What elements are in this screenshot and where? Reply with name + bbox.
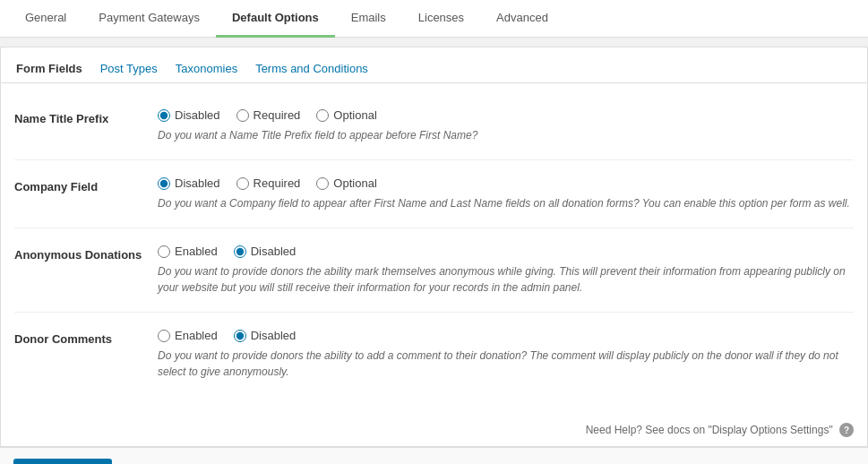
radio-option-anonymous-donations-disabled[interactable]: Disabled bbox=[234, 245, 296, 258]
setting-control-donor-comments: EnabledDisabledDo you want to provide do… bbox=[158, 329, 854, 380]
radio-option-name-title-prefix-disabled[interactable]: Disabled bbox=[158, 108, 220, 122]
main-content: Form FieldsPost TypesTaxonomiesTerms and… bbox=[0, 47, 868, 447]
setting-row-company-field: Company FieldDisabledRequiredOptionalDo … bbox=[14, 160, 854, 228]
radio-label-name-title-prefix-required: Required bbox=[254, 108, 301, 122]
radio-label-name-title-prefix-disabled: Disabled bbox=[175, 108, 220, 122]
top-tab-general[interactable]: General bbox=[9, 0, 82, 38]
radio-option-company-field-disabled[interactable]: Disabled bbox=[158, 176, 220, 190]
radio-label-donor-comments-enabled: Enabled bbox=[175, 329, 218, 342]
radio-option-name-title-prefix-optional[interactable]: Optional bbox=[316, 108, 376, 122]
radio-group-company-field: DisabledRequiredOptional bbox=[158, 176, 854, 190]
radio-input-company-field-optional[interactable] bbox=[316, 177, 329, 190]
setting-label-name-title-prefix: Name Title Prefix bbox=[14, 108, 158, 125]
save-bar: Save changes bbox=[0, 447, 868, 464]
top-tab-advanced[interactable]: Advanced bbox=[480, 0, 564, 38]
setting-help-donor-comments: Do you want to provide donors the abilit… bbox=[158, 348, 854, 380]
help-text-label: Need Help? See docs on "Display Options … bbox=[586, 424, 833, 436]
radio-label-company-field-required: Required bbox=[254, 176, 301, 190]
radio-option-company-field-required[interactable]: Required bbox=[236, 176, 301, 190]
radio-input-anonymous-donations-disabled[interactable] bbox=[234, 245, 246, 258]
radio-input-name-title-prefix-disabled[interactable] bbox=[158, 109, 170, 122]
setting-label-donor-comments: Donor Comments bbox=[14, 329, 158, 346]
radio-label-anonymous-donations-disabled: Disabled bbox=[251, 245, 296, 258]
radio-input-name-title-prefix-optional[interactable] bbox=[316, 109, 329, 122]
radio-group-donor-comments: EnabledDisabled bbox=[158, 329, 854, 342]
setting-help-anonymous-donations: Do you want to provide donors the abilit… bbox=[158, 263, 854, 296]
setting-help-name-title-prefix: Do you want a Name Title Prefix field to… bbox=[158, 127, 854, 143]
help-text: Need Help? See docs on "Display Options … bbox=[586, 423, 854, 437]
setting-control-name-title-prefix: DisabledRequiredOptionalDo you want a Na… bbox=[158, 108, 854, 143]
radio-option-donor-comments-disabled[interactable]: Disabled bbox=[234, 329, 296, 342]
setting-label-company-field: Company Field bbox=[14, 176, 158, 193]
radio-option-name-title-prefix-required[interactable]: Required bbox=[236, 108, 301, 122]
page-footer: Need Help? See docs on "Display Options … bbox=[1, 414, 867, 446]
radio-option-donor-comments-enabled[interactable]: Enabled bbox=[158, 329, 218, 342]
radio-option-anonymous-donations-enabled[interactable]: Enabled bbox=[158, 245, 218, 258]
setting-control-company-field: DisabledRequiredOptionalDo you want a Co… bbox=[158, 176, 854, 211]
sub-tabs-bar: Form FieldsPost TypesTaxonomiesTerms and… bbox=[1, 47, 867, 83]
setting-row-anonymous-donations: Anonymous DonationsEnabledDisabledDo you… bbox=[14, 228, 854, 313]
radio-group-anonymous-donations: EnabledDisabled bbox=[158, 245, 854, 258]
radio-label-donor-comments-disabled: Disabled bbox=[251, 329, 296, 342]
save-button[interactable]: Save changes bbox=[13, 459, 112, 464]
sub-tab-post-types[interactable]: Post Types bbox=[99, 56, 159, 82]
sub-tab-taxonomies[interactable]: Taxonomies bbox=[174, 56, 239, 82]
setting-row-donor-comments: Donor CommentsEnabledDisabledDo you want… bbox=[14, 313, 854, 396]
radio-label-anonymous-donations-enabled: Enabled bbox=[175, 245, 218, 258]
setting-control-anonymous-donations: EnabledDisabledDo you want to provide do… bbox=[158, 245, 854, 296]
radio-label-company-field-disabled: Disabled bbox=[175, 176, 220, 190]
sub-tab-form-fields[interactable]: Form Fields bbox=[14, 56, 84, 82]
radio-input-company-field-required[interactable] bbox=[236, 177, 249, 190]
radio-input-donor-comments-disabled[interactable] bbox=[234, 330, 246, 342]
radio-input-anonymous-donations-enabled[interactable] bbox=[158, 245, 170, 258]
top-tab-payment-gateways[interactable]: Payment Gateways bbox=[82, 0, 216, 38]
setting-label-anonymous-donations: Anonymous Donations bbox=[14, 245, 158, 262]
radio-input-name-title-prefix-required[interactable] bbox=[236, 109, 249, 122]
setting-row-name-title-prefix: Name Title PrefixDisabledRequiredOptiona… bbox=[14, 92, 854, 160]
setting-help-company-field: Do you want a Company field to appear af… bbox=[158, 195, 854, 211]
radio-option-company-field-optional[interactable]: Optional bbox=[316, 176, 376, 190]
radio-label-name-title-prefix-optional: Optional bbox=[333, 108, 376, 122]
settings-body: Name Title PrefixDisabledRequiredOptiona… bbox=[1, 83, 867, 414]
help-icon[interactable]: ? bbox=[839, 423, 854, 437]
radio-input-company-field-disabled[interactable] bbox=[158, 177, 170, 190]
radio-input-donor-comments-enabled[interactable] bbox=[158, 330, 170, 342]
top-tab-default-options[interactable]: Default Options bbox=[216, 0, 335, 38]
radio-label-company-field-optional: Optional bbox=[333, 176, 376, 190]
radio-group-name-title-prefix: DisabledRequiredOptional bbox=[158, 108, 854, 122]
sub-tab-terms-conditions[interactable]: Terms and Conditions bbox=[254, 56, 370, 82]
top-tab-emails[interactable]: Emails bbox=[335, 0, 402, 38]
top-tab-licenses[interactable]: Licenses bbox=[402, 0, 480, 38]
top-tabs-bar: GeneralPayment GatewaysDefault OptionsEm… bbox=[0, 0, 868, 38]
